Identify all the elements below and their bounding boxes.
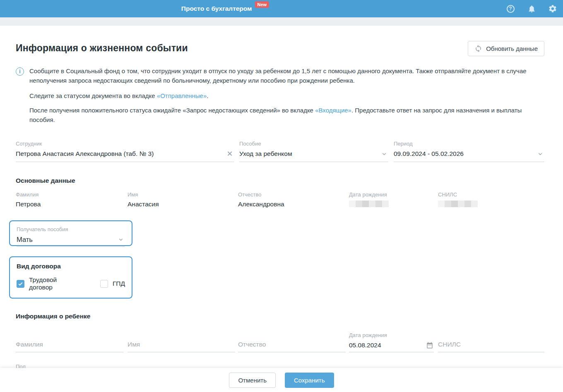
cancel-button[interactable]: Отменить <box>229 373 276 388</box>
child-info-heading: Информация о ребенке <box>16 313 544 320</box>
last-name-value: Петрова <box>16 201 128 208</box>
birth-date-readonly: Дата рождения <box>349 191 438 208</box>
help-icon[interactable]: ? <box>506 4 515 13</box>
main-content: Информация о жизненном событии Обновить … <box>0 26 563 368</box>
info-paragraph-1: Сообщите в Социальный фонд о том, что со… <box>29 66 544 85</box>
contract-type-highlight-box: Вид договора Трудовой договор ГПД <box>9 256 132 299</box>
first-name-value: Анастасия <box>128 201 238 208</box>
main-data-heading: Основные данные <box>16 177 544 184</box>
child-gender-select[interactable]: Пол Мужской <box>16 363 123 368</box>
recipient-highlight-box: Получатель пособия Мать <box>9 220 132 246</box>
first-name-readonly: Имя Анастасия <box>128 191 238 208</box>
benefit-value: Уход за ребенком <box>239 150 292 158</box>
checkbox-icon[interactable] <box>100 280 108 288</box>
employee-field[interactable]: Сотрудник Петрова Анастасия Александровн… <box>16 141 234 162</box>
recipient-value: Мать <box>17 236 33 244</box>
contract-type-heading: Вид договора <box>17 263 125 270</box>
refresh-button-label: Обновить данные <box>486 45 538 52</box>
benefit-label: Пособие <box>239 141 388 147</box>
app-header: Просто с бухгалтером New ? <box>0 0 563 17</box>
header-icons: ? <box>506 0 557 17</box>
employee-value: Петрова Анастасия Александровна (таб. № … <box>16 150 154 158</box>
child-middle-name-input[interactable] <box>238 341 346 352</box>
incoming-tab-link[interactable]: «Входящие» <box>315 107 351 114</box>
child-birth-date-label: Дата рождения <box>349 332 434 338</box>
child-snils-input[interactable] <box>438 341 544 352</box>
chevron-down-icon[interactable] <box>536 150 544 158</box>
app-title-wrap: Просто с бухгалтером New <box>181 5 269 13</box>
employment-contract-checkbox[interactable]: Трудовой договор <box>17 276 82 291</box>
period-label: Период <box>394 141 544 147</box>
child-first-name-input[interactable] <box>128 341 235 352</box>
child-birth-date-field[interactable]: Дата рождения 05.08.2024 <box>349 332 438 352</box>
calendar-icon[interactable] <box>426 341 434 349</box>
benefit-select[interactable]: Пособие Уход за ребенком <box>239 141 388 162</box>
gear-icon[interactable] <box>548 4 557 13</box>
info-paragraph-2: Следите за статусом документа во вкладке… <box>29 91 544 100</box>
middle-name-value: Александровна <box>238 201 349 208</box>
period-select[interactable]: Период 09.09.2024 - 05.02.2026 <box>394 141 544 162</box>
child-gender-label: Пол <box>16 363 123 368</box>
save-button[interactable]: Сохранить <box>285 373 334 388</box>
period-value: 09.09.2024 - 05.02.2026 <box>394 150 464 158</box>
recipient-label: Получатель пособия <box>17 226 125 232</box>
child-birth-date-value: 05.08.2024 <box>349 342 381 349</box>
app-title: Просто с бухгалтером <box>181 5 252 13</box>
sent-tab-link[interactable]: «Отправленные» <box>157 92 207 99</box>
gpd-checkbox[interactable]: ГПД <box>100 280 125 288</box>
chevron-down-icon[interactable] <box>117 235 125 244</box>
checkbox-icon[interactable] <box>17 280 24 288</box>
refresh-data-button[interactable]: Обновить данные <box>468 41 544 56</box>
child-last-name-input[interactable] <box>16 341 123 352</box>
chevron-down-icon[interactable] <box>380 150 388 158</box>
recipient-select[interactable]: Получатель пособия Мать <box>17 226 125 247</box>
refresh-icon <box>474 45 482 53</box>
last-name-readonly: Фамилия Петрова <box>16 191 128 208</box>
info-icon: i <box>16 67 24 76</box>
redacted-value <box>438 201 544 207</box>
clear-employee-icon[interactable]: ✕ <box>226 150 234 158</box>
page-title: Информация о жизненном событии <box>16 43 188 54</box>
footer-bar: Отменить Сохранить <box>0 368 563 392</box>
info-block: i Сообщите в Социальный фонд о том, что … <box>16 66 544 129</box>
bell-icon[interactable] <box>527 4 536 13</box>
snils-readonly: СНИЛС <box>438 191 544 208</box>
middle-name-readonly: Отчество Александровна <box>238 191 349 208</box>
new-badge: New <box>255 1 269 8</box>
header-sub-strip <box>0 17 563 26</box>
info-paragraph-3: После получения положительного статуса о… <box>29 105 544 124</box>
redacted-value <box>349 201 438 207</box>
employee-label: Сотрудник <box>16 141 234 147</box>
